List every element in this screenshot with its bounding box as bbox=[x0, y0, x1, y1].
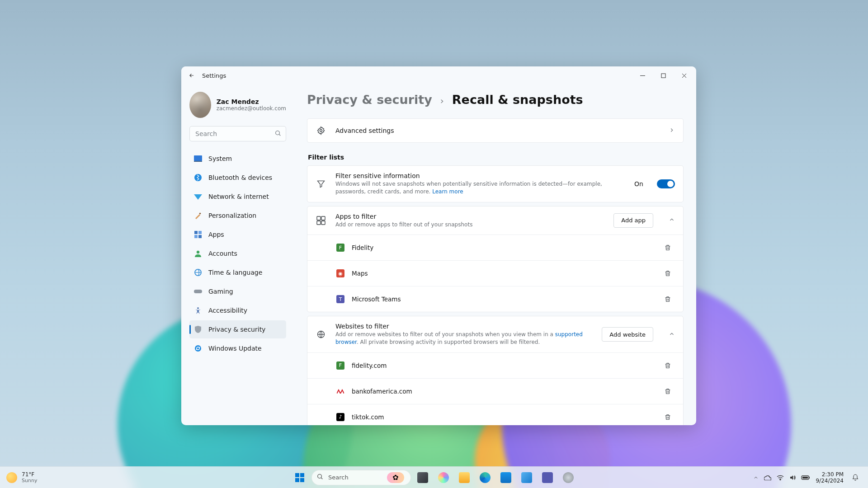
window-titlebar: Settings bbox=[181, 66, 696, 84]
sidebar-item-gaming[interactable]: Gaming bbox=[189, 282, 286, 300]
taskview-icon bbox=[417, 472, 428, 483]
svg-rect-18 bbox=[317, 221, 321, 225]
sidebar-item-label: Time & language bbox=[208, 269, 262, 276]
sidebar-item-label: Gaming bbox=[208, 288, 233, 295]
app-icon: F bbox=[336, 244, 344, 252]
outlook-icon bbox=[521, 472, 532, 483]
window-close-button[interactable] bbox=[674, 66, 694, 84]
svg-rect-24 bbox=[809, 477, 810, 479]
weather-condition: Sunny bbox=[22, 478, 37, 483]
taskbar-app-store[interactable] bbox=[497, 469, 515, 487]
taskbar-weather[interactable]: 71°F Sunny bbox=[0, 471, 37, 483]
svg-point-21 bbox=[318, 474, 322, 478]
tray-chevron-icon[interactable] bbox=[753, 475, 759, 480]
settings-window: Settings Zac Mendez zacmendez@outlook.co… bbox=[181, 66, 696, 425]
tray-battery-icon[interactable] bbox=[801, 475, 810, 480]
app-icon: T bbox=[336, 295, 344, 303]
sidebar-item-label: Accounts bbox=[208, 250, 237, 257]
apps-icon bbox=[194, 230, 202, 239]
sidebar-item-label: Privacy & security bbox=[208, 326, 265, 333]
delete-website-button[interactable] bbox=[660, 358, 675, 373]
profile-email: zacmendez@outlook.com bbox=[217, 105, 286, 112]
profile-block[interactable]: Zac Mendez zacmendez@outlook.com bbox=[189, 92, 286, 118]
sidebar-item-windows-update[interactable]: Windows Update bbox=[189, 339, 286, 357]
taskbar: 71°F Sunny Search ✿ bbox=[0, 466, 868, 488]
app-name: Microsoft Teams bbox=[352, 296, 653, 303]
delete-app-button[interactable] bbox=[660, 266, 675, 281]
taskbar-app-outlook[interactable] bbox=[518, 469, 536, 487]
system-tray[interactable] bbox=[753, 474, 810, 481]
advanced-settings-row[interactable]: Advanced settings bbox=[307, 118, 684, 143]
taskbar-search-placeholder: Search bbox=[328, 474, 382, 481]
breadcrumb-parent[interactable]: Privacy & security bbox=[307, 93, 432, 107]
delete-website-button[interactable] bbox=[660, 384, 675, 399]
accounts-icon bbox=[194, 249, 202, 258]
delete-app-button[interactable] bbox=[660, 292, 675, 306]
sidebar-item-system[interactable]: System bbox=[189, 150, 286, 168]
svg-rect-12 bbox=[194, 290, 202, 293]
search-icon bbox=[316, 473, 324, 482]
filter-sensitive-toggle[interactable] bbox=[657, 179, 675, 188]
sidebar-item-accessibility[interactable]: Accessibility bbox=[189, 301, 286, 319]
advanced-settings-label: Advanced settings bbox=[335, 127, 660, 134]
svg-point-10 bbox=[197, 251, 199, 253]
taskbar-app-teams[interactable] bbox=[538, 469, 557, 487]
taskbar-app-copilot[interactable] bbox=[434, 469, 453, 487]
tray-onedrive-icon[interactable] bbox=[764, 475, 771, 480]
svg-point-1 bbox=[276, 131, 280, 135]
file-explorer-icon bbox=[459, 472, 470, 483]
sidebar-item-label: Apps bbox=[208, 231, 224, 238]
taskbar-search[interactable]: Search ✿ bbox=[311, 470, 411, 485]
delete-website-button[interactable] bbox=[660, 410, 675, 424]
taskbar-app-taskview[interactable] bbox=[414, 469, 432, 487]
svg-point-22 bbox=[780, 479, 781, 480]
globe-icon bbox=[316, 329, 326, 340]
chevron-up-icon[interactable] bbox=[669, 330, 675, 339]
search-highlight-icon: ✿ bbox=[387, 472, 404, 483]
edge-icon bbox=[480, 472, 491, 483]
add-app-button[interactable]: Add app bbox=[613, 213, 653, 228]
site-icon: ♪ bbox=[336, 413, 344, 421]
app-filter-row: T Microsoft Teams bbox=[307, 286, 683, 312]
websites-filter-panel: Websites to filter Add or remove website… bbox=[307, 316, 684, 425]
tray-volume-icon[interactable] bbox=[789, 474, 796, 481]
sidebar-item-apps[interactable]: Apps bbox=[189, 225, 286, 244]
website-filter-row: F fidelity.com bbox=[307, 352, 683, 378]
app-name: Fidelity bbox=[352, 244, 653, 251]
search-input[interactable] bbox=[189, 126, 286, 141]
sidebar-item-personalization[interactable]: Personalization bbox=[189, 206, 286, 225]
taskbar-center: Search ✿ bbox=[291, 469, 577, 487]
svg-rect-5 bbox=[199, 212, 201, 214]
delete-app-button[interactable] bbox=[660, 240, 675, 255]
add-website-button[interactable]: Add website bbox=[602, 327, 653, 342]
sidebar-item-accounts[interactable]: Accounts bbox=[189, 244, 286, 263]
app-name: Maps bbox=[352, 270, 653, 277]
main-content: Privacy & security › Recall & snapshots … bbox=[294, 84, 696, 425]
page-title: Recall & snapshots bbox=[452, 93, 583, 107]
learn-more-link[interactable]: Learn more bbox=[432, 188, 463, 195]
svg-rect-7 bbox=[198, 231, 202, 234]
websites-filter-desc-prefix: Add or remove websites to filter out of … bbox=[335, 331, 555, 338]
start-button[interactable] bbox=[291, 469, 309, 487]
sidebar-item-network[interactable]: Network & internet bbox=[189, 188, 286, 206]
window-minimize-button[interactable] bbox=[632, 66, 653, 84]
privacy-security-icon bbox=[194, 325, 202, 333]
tray-wifi-icon[interactable] bbox=[777, 475, 784, 480]
site-icon bbox=[336, 387, 344, 395]
sidebar-item-privacy-security[interactable]: Privacy & security bbox=[189, 320, 286, 338]
sidebar-item-bluetooth[interactable]: Bluetooth & devices bbox=[189, 169, 286, 187]
taskbar-app-explorer[interactable] bbox=[455, 469, 473, 487]
chevron-up-icon[interactable] bbox=[669, 216, 675, 225]
settings-icon bbox=[563, 472, 574, 483]
taskbar-clock[interactable]: 2:30 PM 9/24/2024 bbox=[816, 471, 844, 484]
sidebar-item-time-language[interactable]: Time & language bbox=[189, 263, 286, 282]
taskbar-app-settings[interactable] bbox=[559, 469, 577, 487]
sidebar-nav: System Bluetooth & devices Network & int… bbox=[189, 150, 286, 357]
window-maximize-button[interactable] bbox=[653, 66, 674, 84]
gear-icon bbox=[316, 125, 326, 136]
notifications-button[interactable] bbox=[849, 471, 862, 484]
websites-filter-desc: Add or remove websites to filter out of … bbox=[335, 331, 593, 346]
site-name: fidelity.com bbox=[352, 362, 653, 369]
back-button[interactable] bbox=[186, 70, 198, 81]
taskbar-app-edge[interactable] bbox=[476, 469, 494, 487]
